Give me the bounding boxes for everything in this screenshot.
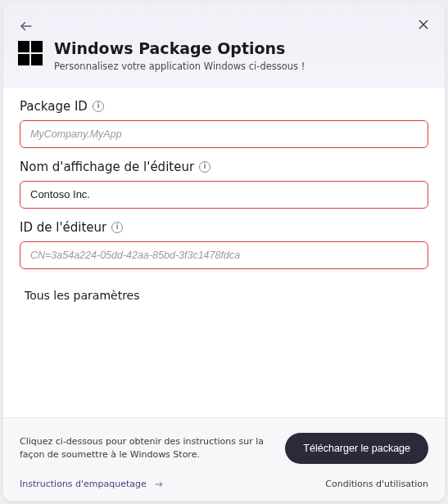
dialog-title: Windows Package Options <box>54 39 305 59</box>
info-icon[interactable]: i <box>93 101 104 112</box>
field-package-id: Package ID i <box>20 99 428 148</box>
package-id-label: Package ID i <box>20 99 428 114</box>
field-publisher-display-name: Nom d'affichage de l'éditeur i <box>20 160 428 209</box>
link-text: Instructions d'empaquetage <box>20 479 147 489</box>
windows-logo-icon <box>18 41 43 65</box>
dialog-body: Package ID i Nom d'affichage de l'éditeu… <box>3 88 445 417</box>
back-button[interactable] <box>18 18 34 34</box>
arrow-right-icon <box>153 480 165 488</box>
dialog-window: Windows Package Options Personnalisez vo… <box>3 3 445 501</box>
field-publisher-id: ID de l'éditeur i <box>20 220 428 269</box>
close-button[interactable] <box>415 16 432 33</box>
info-icon[interactable]: i <box>199 161 210 173</box>
publisher-id-label: ID de l'éditeur i <box>20 220 428 235</box>
footer-help-text: Cliquez ci-dessous pour obtenir des inst… <box>20 435 270 461</box>
package-id-input[interactable] <box>20 120 428 148</box>
terms-link[interactable]: Conditions d'utilisation <box>325 479 428 489</box>
arrow-left-icon <box>19 19 34 34</box>
info-icon[interactable]: i <box>111 222 123 233</box>
label-text: Nom d'affichage de l'éditeur <box>20 160 194 174</box>
footer-top: Cliquez ci-dessous pour obtenir des inst… <box>20 433 428 464</box>
publisher-id-input[interactable] <box>20 241 428 269</box>
dialog-header: Windows Package Options Personnalisez vo… <box>3 3 445 88</box>
label-text: ID de l'éditeur <box>20 220 106 235</box>
footer-bottom: Instructions d'empaquetage Conditions d'… <box>20 479 428 489</box>
packaging-instructions-link[interactable]: Instructions d'empaquetage <box>20 479 165 489</box>
publisher-display-name-label: Nom d'affichage de l'éditeur i <box>20 160 428 174</box>
dialog-subtitle: Personnalisez votre application Windows … <box>54 61 305 72</box>
title-text: Windows Package Options Personnalisez vo… <box>54 39 305 72</box>
close-icon <box>417 18 430 31</box>
title-row: Windows Package Options Personnalisez vo… <box>18 39 430 72</box>
download-package-button[interactable]: Télécharger le package <box>285 433 428 464</box>
publisher-display-name-input[interactable] <box>20 181 428 209</box>
all-settings-link[interactable]: Tous les paramètres <box>20 284 145 307</box>
dialog-footer: Cliquez ci-dessous pour obtenir des inst… <box>3 417 445 501</box>
label-text: Package ID <box>20 99 88 114</box>
